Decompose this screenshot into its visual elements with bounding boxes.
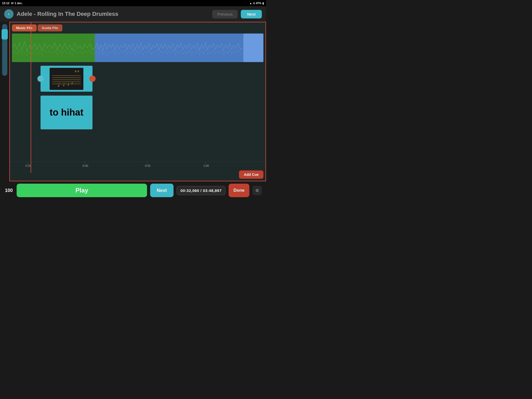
header: ‹ Adele - Rolling In The Deep Drumless P… [0,6,266,22]
next-button-bottom[interactable]: Next [150,184,174,197]
cue-area: ♩ ♩ ♩ 𝄽 ✕✕ to hihat [12,63,263,136]
add-cue-button[interactable]: Add Cue [239,170,263,179]
wifi-icon: ▲ [249,2,252,5]
play-button[interactable]: Play [17,184,147,197]
svg-text:✕✕: ✕✕ [74,70,79,73]
song-title: Adele - Rolling In The Deep Drumless [17,11,209,17]
bpm-display: 100 [4,188,14,193]
waveform-green-svg [12,34,95,62]
waveform-green [12,34,95,62]
left-panel [0,22,9,181]
playhead [31,22,31,173]
back-icon: ‹ [8,12,9,16]
done-button[interactable]: Done [229,184,249,197]
cue-notation-block[interactable]: ♩ ♩ ♩ 𝄽 ✕✕ [41,66,92,92]
ruler-mark-100: 1:00 [203,164,209,167]
waveform-blue-svg [95,34,243,62]
time-total: 03:48,897 [203,188,222,193]
svg-text:♩: ♩ [57,82,60,88]
time-separator: / [201,188,203,193]
volume-slider[interactable] [2,24,7,76]
location-icon: ⊙ [253,2,255,5]
ruler-tick-100 [205,162,206,164]
time-display: 00:32,060 / 03:48,897 [177,186,225,195]
waveform-blue-end [243,34,263,62]
ruler-tick-030 [28,162,28,164]
notation-svg: ♩ ♩ ♩ 𝄽 ✕✕ [50,68,83,90]
svg-text:♩: ♩ [67,82,69,87]
cue-text-label: to hihat [50,107,83,118]
ruler-mark-050: 0:50 [145,164,150,167]
previous-button[interactable]: Previous [212,10,238,18]
cue-notation-inner: ♩ ♩ ♩ 𝄽 ✕✕ [50,68,83,90]
main-content: Music File Guide File [0,22,266,181]
battery-percent: 87% [256,2,261,5]
tab-buttons: Music File Guide File [10,22,265,32]
ruler-mark-030: 0:30 [25,164,31,167]
cue-left-handle[interactable] [37,76,44,82]
cue-text-block[interactable]: to hihat [41,96,92,129]
timeline-area: Music File Guide File [9,22,266,181]
svg-text:♩: ♩ [63,82,65,87]
ruler-mark-040: 0:40 [83,164,88,167]
status-date: Vr 1 dec. [11,2,23,5]
bottom-bar: 100 Play Next 00:32,060 / 03:48,897 Done… [0,181,266,200]
status-bar: 13:12 Vr 1 dec. ▲ ⊙ 87% ▮ [0,0,266,6]
time-current: 00:32,060 [181,188,199,193]
back-button[interactable]: ‹ [4,9,14,19]
settings-icon: ⚙ [255,188,259,193]
svg-text:𝄽: 𝄽 [71,82,73,85]
ruler-tick-050 [147,162,147,164]
guide-file-tab[interactable]: Guide File [38,24,62,31]
waveform-blue [95,34,243,62]
battery-icon: ▮ [262,2,264,5]
volume-slider-thumb[interactable] [2,29,8,39]
cue-right-handle[interactable] [89,76,96,82]
status-time: 13:12 [2,2,9,5]
music-file-tab[interactable]: Music File [12,24,37,31]
next-button-header[interactable]: Next [241,10,262,18]
timeline-ruler: 0:30 0:40 0:50 1:00 [10,162,265,169]
waveform-container [12,34,263,62]
ruler-tick-040 [85,162,85,164]
settings-button[interactable]: ⚙ [252,186,262,195]
